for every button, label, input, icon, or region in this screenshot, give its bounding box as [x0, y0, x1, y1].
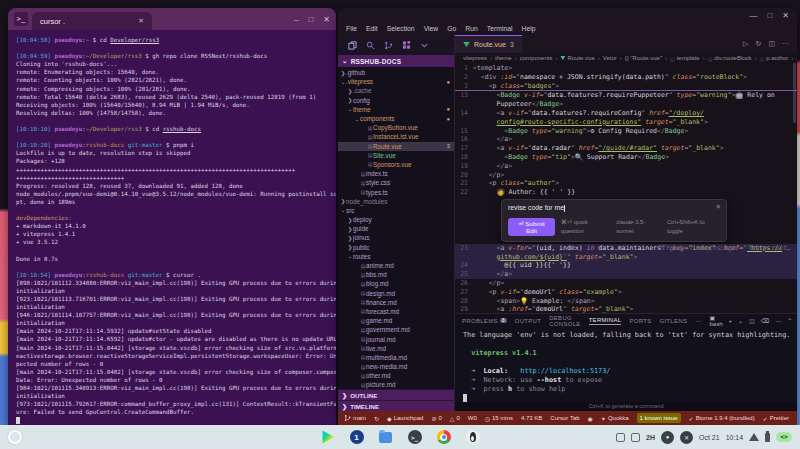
launcher-button[interactable] [8, 430, 22, 444]
statusbar-item-cursor-tab[interactable]: Cursor Tab [550, 415, 579, 421]
submit-edit-button[interactable]: ⏎ Submit Edit [508, 218, 555, 236]
menu-item-run[interactable]: Run [465, 25, 477, 32]
split-editor-icon[interactable]: ◫ [768, 40, 775, 48]
battery-icon[interactable] [765, 433, 770, 442]
explorer-root-header[interactable]: ⌄ RSSHUB-DOCS [338, 55, 454, 67]
search-icon[interactable] [366, 41, 375, 50]
tree-item-anime.md[interactable]: ▤anime.md [338, 261, 454, 270]
statusbar-item-prettier[interactable]: ✓Prettier [763, 415, 789, 422]
panel-tab-ports[interactable]: PORTS [629, 318, 651, 324]
integrated-terminal[interactable]: The language 'env' is not loaded, fallin… [455, 327, 797, 402]
menu-item-view[interactable]: View [424, 25, 439, 32]
tree-item-government.md[interactable]: ▤government.md [338, 325, 454, 334]
tree-item-joinus[interactable]: ❯joinus [338, 233, 454, 242]
breadcrumb-item[interactable]: ◇ div.routeBlock [708, 55, 752, 62]
close-icon[interactable]: ✕ [716, 203, 721, 212]
maximize-icon[interactable]: □ [767, 11, 772, 20]
tree-item-types.ts[interactable]: ▤types.ts [338, 187, 454, 196]
tree-item-other.md[interactable]: ▤other.md [338, 371, 454, 380]
tree-item-routes[interactable]: ⌄routes [338, 252, 454, 261]
breadcrumb-item[interactable]: ◇ a [796, 55, 797, 62]
wifi-icon[interactable] [749, 433, 759, 441]
minimize-icon[interactable]: – [294, 15, 298, 24]
status-tray[interactable]: 2H ● ✕ Oct 21 10:14 <> [616, 431, 800, 444]
model-label[interactable]: claude-3.5-sonnet [616, 218, 661, 236]
tree-item-style.css[interactable]: ▤style.css [338, 178, 454, 187]
code-editor[interactable]: 1<template>2 <div :id="namespace + JSON.… [455, 63, 797, 313]
maximize-panel-icon[interactable]: ⌃ [787, 317, 792, 324]
kill-terminal-icon[interactable]: ⌫ [761, 317, 769, 324]
panel-tab-output[interactable]: OUTPUT [515, 318, 541, 324]
statusbar-item-0[interactable]: ⊘0 [431, 415, 441, 422]
shelf-app-play-store[interactable] [320, 430, 335, 445]
breadcrumb-item[interactable]: components [520, 55, 553, 61]
shelf-app-penguin[interactable] [465, 430, 480, 445]
shelf-app-crostini-terminal[interactable]: >_ [407, 430, 422, 445]
tree-item-guide[interactable]: ❯guide [338, 224, 454, 233]
tree-item-game.md[interactable]: ▤game.md [338, 316, 454, 325]
terminal-dropdown-icon[interactable]: ⌄ [738, 317, 743, 324]
tree-item-new-media.md[interactable]: ▤new-media.md [338, 362, 454, 371]
tree-item-forecast.md[interactable]: ▤forecast.md [338, 307, 454, 316]
shell-selector[interactable]: ▣ bash [710, 314, 723, 327]
menu-item-edit[interactable]: Edit [366, 25, 378, 32]
tree-item-live.md[interactable]: ▤live.md [338, 344, 454, 353]
notification-icon[interactable] [631, 433, 640, 442]
statusbar-item-w0[interactable]: W0 [468, 415, 477, 421]
tree-item-node_modules[interactable]: ❯node_modules [338, 197, 454, 206]
tree-item-.vitepress[interactable]: ⌄.vitepress● [338, 77, 454, 86]
files-icon[interactable] [348, 41, 357, 50]
statusbar-item-biome-1-9-4-bundled-[interactable]: ✓Biome 1.9.4 (bundled) [689, 415, 755, 422]
statusbar-item-0[interactable]: △0 [450, 415, 460, 422]
tree-item-instancelist.vue[interactable]: ▤InstanceList.vue [338, 132, 454, 141]
vscode-titlebar[interactable]: — □ ✕ [338, 8, 797, 22]
shelf-app-files[interactable] [378, 430, 393, 445]
breadcrumb-item[interactable]: Vetur [603, 55, 617, 61]
shelf-app-chrome[interactable] [436, 430, 451, 445]
inline-edit-popup[interactable]: ✕revise code for me⏎ Submit Edit⌘⏎ quick… [501, 199, 727, 242]
statusbar-item-sync[interactable]: ↻ [374, 415, 379, 422]
date-label[interactable]: Oct 21 [699, 434, 720, 441]
menu-item-file[interactable]: File [346, 25, 357, 32]
tree-item-.github[interactable]: ❯.github [338, 68, 454, 77]
close-icon[interactable]: ✕ [782, 11, 789, 20]
vm-code-badge[interactable]: <> [776, 432, 792, 442]
tree-item-src[interactable]: ⌄src [338, 206, 454, 215]
tray-app-icon[interactable]: ✕ [680, 431, 693, 444]
tree-item-public[interactable]: ❯public [338, 243, 454, 252]
more-icon[interactable]: ⋯ [782, 40, 789, 48]
statusbar-item-quokka[interactable]: ✦Quokka [601, 415, 629, 422]
chevron-down-icon[interactable] [420, 41, 429, 50]
refresh-icon[interactable]: ↻ [756, 40, 762, 48]
tree-item-picture.md[interactable]: ▤picture.md [338, 380, 454, 389]
terminal-titlebar[interactable]: >_ cursor . ✕ – □ ✕ [8, 8, 336, 30]
split-terminal-icon[interactable]: ◫ [749, 317, 755, 324]
panel-tab-gitlens[interactable]: GITLENS [659, 318, 687, 324]
tree-item-journal.md[interactable]: ▤journal.md [338, 334, 454, 343]
panel-tab-debug-console[interactable]: DEBUG CONSOLE [549, 315, 580, 327]
maximize-icon[interactable]: □ [308, 15, 313, 24]
statusbar-item-15-mins[interactable]: ◷15 mins [485, 415, 513, 422]
minimize-icon[interactable]: — [749, 11, 757, 20]
panel-tab-⋯[interactable]: ⋯ [695, 317, 701, 324]
tree-item-blog.md[interactable]: ▤blog.md [338, 279, 454, 288]
menu-item-help[interactable]: Help [521, 25, 535, 32]
tree-item-index.ts[interactable]: ▤index.ts [338, 169, 454, 178]
tree-item-sponsors.vue[interactable]: ▤Sponsors.vue [338, 160, 454, 169]
statusbar-item-1-known-issue[interactable]: 1 known issue [637, 413, 681, 423]
tray-app-icon[interactable]: ● [661, 431, 674, 444]
statusbar-item-gear[interactable]: ◉ [588, 415, 593, 422]
tree-item-multimedia.md[interactable]: ▤multimedia.md [338, 353, 454, 362]
panel-tab-terminal[interactable]: TERMINAL [589, 317, 622, 325]
breadcrumb-item[interactable]: Route.vue [560, 55, 594, 61]
breadcrumb-item[interactable]: theme [495, 55, 512, 61]
section-outline[interactable]: ❯OUTLINE [338, 389, 454, 400]
more-icon[interactable]: ⋯ [775, 317, 781, 324]
shelf-app-1password[interactable]: 1 [349, 430, 364, 445]
notification-icon[interactable] [616, 433, 625, 442]
breadcrumb-item[interactable]: vitepress [463, 55, 487, 61]
tree-item-deploy[interactable]: ❯deploy [338, 215, 454, 224]
menu-item-terminal[interactable]: Terminal [487, 25, 513, 32]
tab-route-vue[interactable]: Route.vue 3 [455, 35, 522, 53]
tree-item-components[interactable]: ⌄components● [338, 114, 454, 123]
